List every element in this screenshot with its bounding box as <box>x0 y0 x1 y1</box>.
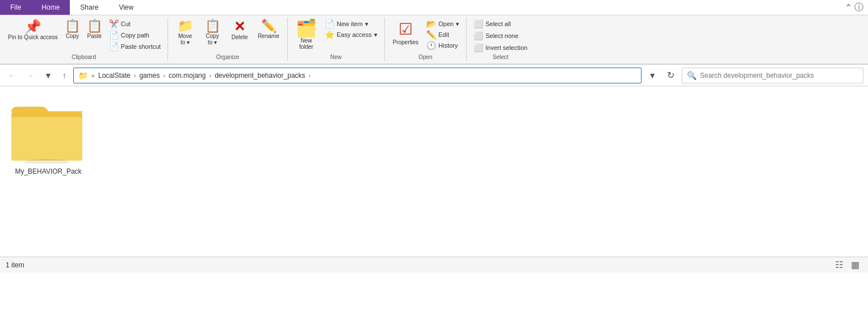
rename-icon: ✏️ <box>261 20 276 32</box>
tab-home[interactable]: Home <box>31 0 70 15</box>
move-to-button[interactable]: 📁 Moveto ▾ <box>173 19 198 47</box>
select-none-label: Select none <box>485 32 518 39</box>
new-item-icon: 📄 <box>325 19 334 28</box>
status-bar: 1 item ☷ ▦ <box>0 257 868 272</box>
delete-icon: ✕ <box>234 20 245 33</box>
folder-icon <box>11 101 85 165</box>
select-none-icon: ⬜ <box>473 31 483 40</box>
paste-label: Paste <box>87 33 102 39</box>
paste-shortcut-button[interactable]: 📄 Paste shortcut <box>107 41 163 52</box>
folder-name: My_BEHAVIOR_Pack <box>15 167 81 175</box>
select-group-label: Select <box>493 54 509 60</box>
open-icon: 📂 <box>426 19 436 28</box>
path-chevron-3: › <box>309 72 311 79</box>
easy-access-button[interactable]: ⭐ Easy access ▾ <box>322 30 380 40</box>
copy-label: Copy <box>66 33 79 39</box>
path-folder-icon: 📁 <box>78 71 88 80</box>
address-path[interactable]: 📁 « LocalState › games › com.mojang › de… <box>73 68 641 83</box>
paste-button[interactable]: 📋 Paste <box>83 19 106 40</box>
help-icon[interactable]: ⓘ <box>854 2 863 14</box>
paste-shortcut-label: Paste shortcut <box>121 43 161 50</box>
rename-button[interactable]: ✏️ Rename <box>254 19 283 40</box>
new-item-button[interactable]: 📄 New item ▾ <box>322 19 380 29</box>
open-label: Open <box>438 20 454 27</box>
address-dropdown-button[interactable]: ▼ <box>645 69 660 82</box>
properties-button[interactable]: ☑ Properties <box>389 19 422 47</box>
invert-selection-label: Invert selection <box>485 44 527 51</box>
paste-shortcut-icon: 📄 <box>109 42 119 51</box>
tab-file[interactable]: File <box>0 0 31 15</box>
search-box[interactable]: 🔍 <box>682 68 863 83</box>
history-button[interactable]: 🕐 History <box>424 40 462 51</box>
edit-icon: ✏️ <box>426 30 436 39</box>
invert-selection-button[interactable]: ⬜ Invert selection <box>471 43 530 53</box>
path-chevron-1: › <box>163 72 165 79</box>
history-icon: 🕐 <box>426 41 436 50</box>
copy-button[interactable]: 📋 Copy <box>61 19 83 40</box>
search-icon: 🔍 <box>687 71 697 80</box>
select-all-button[interactable]: ⬜ Select all <box>471 19 530 29</box>
delete-label: Delete <box>232 34 248 40</box>
open-group: ☑ Properties 📂 Open ▾ ✏️ Edit 🕐 <box>385 18 467 61</box>
copy-to-icon: 📋 <box>205 20 220 32</box>
minimize-icon[interactable]: ⌃ <box>845 2 852 13</box>
edit-button[interactable]: ✏️ Edit <box>424 30 462 40</box>
new-item-label: New item <box>337 20 363 27</box>
cut-button[interactable]: ✂️ Cut <box>107 19 163 29</box>
pin-label: Pin to Quick access <box>8 34 58 40</box>
select-none-button[interactable]: ⬜ Select none <box>471 31 530 41</box>
view-options: ☷ ▦ <box>832 258 862 271</box>
path-part-2[interactable]: com.mojang <box>169 72 206 79</box>
new-group: 🗂️ Newfolder 📄 New item ▾ ⭐ Easy access … <box>288 18 385 61</box>
paste-icon: 📋 <box>87 20 102 32</box>
recent-locations-button[interactable]: ▼ <box>41 69 56 82</box>
path-chevron-2: › <box>209 72 211 79</box>
rename-label: Rename <box>258 33 279 39</box>
easy-access-icon: ⭐ <box>325 30 334 39</box>
tab-share[interactable]: Share <box>70 0 108 15</box>
back-button[interactable]: ← <box>5 69 19 82</box>
folder-item[interactable]: My_BEHAVIOR_Pack <box>11 98 85 179</box>
path-part-1[interactable]: games <box>139 72 160 79</box>
copy-path-button[interactable]: 📄 Copy path <box>107 30 163 40</box>
copy-to-button[interactable]: 📋 Copyto ▾ <box>200 19 225 47</box>
organize-label: Organize <box>216 54 240 60</box>
open-group-label: Open <box>418 54 432 60</box>
file-area: My_BEHAVIOR_Pack <box>0 86 868 257</box>
path-part-3[interactable]: development_behavior_packs <box>215 72 305 79</box>
path-part-0[interactable]: LocalState <box>98 72 131 79</box>
copy-icon: 📋 <box>65 20 80 32</box>
history-label: History <box>438 42 458 49</box>
pin-icon: 📌 <box>24 20 41 33</box>
pin-to-quick-access-button[interactable]: 📌 Pin to Quick access <box>5 19 61 41</box>
organize-group: 📁 Moveto ▾ 📋 Copyto ▾ ✕ Delete ✏️ Rename… <box>168 18 288 61</box>
tab-view[interactable]: View <box>108 0 144 15</box>
clipboard-group: 📌 Pin to Quick access 📋 Copy 📋 Paste ✂️ <box>0 18 168 61</box>
path-separator-0: « <box>91 72 95 79</box>
open-button[interactable]: 📂 Open ▾ <box>424 19 462 29</box>
copy-path-icon: 📄 <box>109 31 119 40</box>
select-all-label: Select all <box>485 20 511 27</box>
move-to-icon: 📁 <box>178 20 193 32</box>
large-icons-view-button[interactable]: ▦ <box>848 258 862 271</box>
item-count: 1 item <box>6 261 24 269</box>
delete-button[interactable]: ✕ Delete <box>227 19 252 41</box>
refresh-button[interactable]: ↻ <box>663 68 678 83</box>
forward-button[interactable]: → <box>23 69 37 82</box>
properties-label: Properties <box>393 39 419 45</box>
clipboard-label: Clipboard <box>72 54 96 60</box>
select-group: ⬜ Select all ⬜ Select none ⬜ Invert sele… <box>467 18 534 61</box>
new-folder-icon: 🗂️ <box>296 20 317 37</box>
invert-selection-icon: ⬜ <box>473 43 483 52</box>
address-bar: ← → ▼ ↑ 📁 « LocalState › games › com.moj… <box>0 65 868 86</box>
copy-path-label: Copy path <box>121 32 149 39</box>
path-chevron-0: › <box>134 72 136 79</box>
details-view-button[interactable]: ☷ <box>832 258 846 271</box>
select-all-icon: ⬜ <box>473 19 483 28</box>
svg-rect-2 <box>11 117 82 161</box>
new-group-label: New <box>330 54 342 60</box>
search-input[interactable] <box>700 72 858 79</box>
cut-icon: ✂️ <box>109 19 119 28</box>
new-folder-button[interactable]: 🗂️ Newfolder <box>292 19 320 51</box>
up-button[interactable]: ↑ <box>59 69 70 82</box>
